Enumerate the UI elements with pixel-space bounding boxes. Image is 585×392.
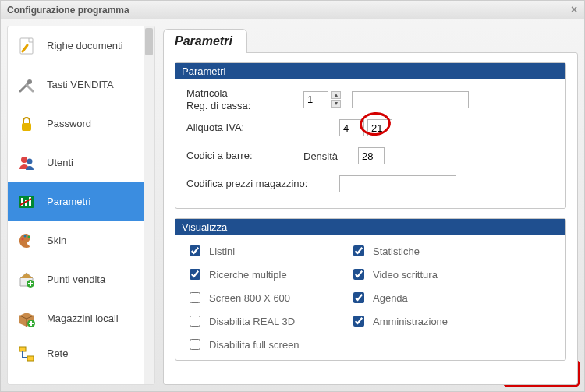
content-area: Parametri Parametri Matricola Reg. di ca… (163, 26, 578, 385)
tab-parametri[interactable]: Parametri (163, 29, 247, 53)
checkbox[interactable] (190, 269, 200, 280)
spinner-down-icon[interactable]: ▼ (332, 100, 341, 108)
users-icon (14, 150, 39, 175)
aliquota-label: Aliquota IVA: (186, 122, 303, 134)
sidebar-item-righe-documenti[interactable]: Righe documenti (8, 26, 144, 65)
box-icon (14, 306, 39, 331)
panel: Parametri Matricola Reg. di cassa: ▲ ▼ (163, 52, 578, 385)
sidebar-item-tasti-vendita[interactable]: Tasti VENDITA (8, 65, 144, 104)
matricola-text-input[interactable] (352, 91, 469, 108)
chk-screen800[interactable]: Screen 800 X 600 (186, 290, 342, 305)
matricola-label: Matricola Reg. di cassa: (186, 87, 303, 111)
svg-point-10 (24, 235, 27, 238)
config-window: Configurazione programma × Righe documen… (0, 0, 585, 392)
checkbox[interactable] (353, 245, 364, 256)
sidebar: Righe documenti Tasti VENDITA Password (7, 26, 155, 385)
sidebar-item-label: Utenti (47, 157, 73, 169)
sidebar-item-label: Rete (47, 348, 68, 360)
spinner-up-icon[interactable]: ▲ (332, 91, 341, 99)
svg-point-11 (28, 236, 30, 238)
sidebar-item-label: Punti vendita (47, 274, 105, 286)
sidebar-item-rete[interactable]: Rete (8, 338, 144, 369)
group-visualizza: Visualizza Listini Statistiche Ricerche … (175, 218, 566, 361)
group-title: Parametri (176, 63, 566, 79)
checkbox[interactable] (353, 316, 364, 327)
sidebar-item-label: Password (47, 118, 91, 130)
chk-label: Video scrittura (373, 269, 438, 281)
sidebar-item-label: Skin (47, 235, 66, 247)
chk-label: Amministrazione (373, 316, 448, 327)
chk-label: Ricerche multiple (209, 269, 287, 281)
svg-rect-2 (22, 123, 31, 131)
close-icon[interactable]: × (569, 4, 580, 15)
palette-icon (14, 228, 39, 253)
codifica-label: Codifica prezzi magazzino: (186, 178, 339, 190)
chk-statistiche[interactable]: Statistiche (350, 243, 506, 259)
network-icon (14, 341, 39, 366)
svg-rect-14 (20, 347, 26, 351)
chk-label: Disabilita REAL 3D (209, 316, 295, 327)
sidebar-item-punti-vendita[interactable]: Punti vendita (8, 260, 144, 299)
densita-label: Densità (303, 150, 358, 162)
codici-label: Codici a barre: (186, 150, 303, 162)
sidebar-item-parametri[interactable]: Parametri (8, 182, 144, 221)
svg-point-3 (21, 157, 27, 163)
matricola-input[interactable] (303, 91, 328, 108)
checkbox[interactable] (353, 269, 364, 280)
parameters-icon (14, 189, 39, 214)
sidebar-item-password[interactable]: Password (8, 104, 144, 143)
checkbox[interactable] (353, 292, 364, 303)
densita-input[interactable] (358, 147, 385, 164)
sidebar-item-label: Parametri (47, 196, 90, 208)
checkbox[interactable] (190, 292, 200, 303)
group-title: Visualizza (176, 219, 566, 235)
chk-real3d[interactable]: Disabilita REAL 3D (186, 313, 342, 329)
chk-fullscreen[interactable]: Disabilita full screen (186, 337, 342, 352)
sidebar-item-label: Righe documenti (47, 41, 123, 52)
chk-label: Agenda (373, 292, 408, 304)
checkbox[interactable] (190, 245, 200, 256)
chk-admin[interactable]: Amministrazione (350, 313, 506, 329)
matricola-spinner: ▲ ▼ (332, 91, 341, 108)
tools-icon (14, 72, 39, 97)
sidebar-item-label: Tasti VENDITA (47, 79, 114, 91)
titlebar: Configurazione programma × (1, 1, 584, 19)
svg-point-4 (27, 159, 33, 164)
chk-listini[interactable]: Listini (186, 243, 342, 259)
sidebar-item-label: Magazzini locali (47, 313, 119, 325)
document-icon (14, 34, 39, 58)
window-body: Righe documenti Tasti VENDITA Password (1, 19, 584, 391)
chk-ricerche[interactable]: Ricerche multiple (186, 267, 342, 282)
window-title: Configurazione programma (7, 5, 129, 16)
svg-rect-15 (27, 356, 34, 361)
sidebar-item-skin[interactable]: Skin (8, 221, 144, 260)
chk-video[interactable]: Video scrittura (350, 267, 506, 282)
codifica-input[interactable] (339, 175, 456, 192)
svg-point-9 (22, 238, 24, 241)
scrollbar-thumb[interactable] (145, 28, 153, 55)
chk-label: Statistiche (373, 245, 420, 257)
chk-label: Screen 800 X 600 (209, 292, 290, 304)
checkbox[interactable] (190, 316, 200, 327)
tab-label: Parametri (175, 34, 232, 48)
chk-label: Listini (209, 245, 235, 257)
sidebar-item-utenti[interactable]: Utenti (8, 143, 144, 182)
lock-icon (14, 111, 39, 136)
aliquota-input-2[interactable] (367, 119, 392, 136)
store-icon (14, 267, 39, 292)
group-parametri: Parametri Matricola Reg. di cassa: ▲ ▼ (175, 62, 566, 209)
chk-agenda[interactable]: Agenda (350, 290, 506, 305)
svg-point-1 (27, 79, 32, 84)
aliquota-input-1[interactable] (339, 119, 364, 136)
sidebar-item-magazzini[interactable]: Magazzini locali (8, 299, 144, 338)
tab-strip: Parametri (163, 26, 578, 52)
sidebar-scrollbar[interactable] (144, 26, 154, 384)
chk-label: Disabilita full screen (209, 339, 300, 351)
checkbox[interactable] (190, 339, 200, 350)
